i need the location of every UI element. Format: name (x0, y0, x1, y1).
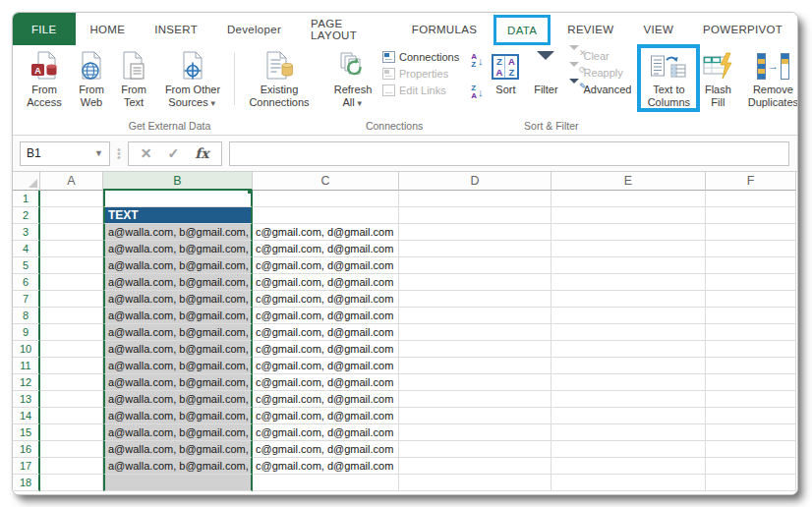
cell-C8[interactable]: c@gmail.com, d@gmail.com (253, 308, 399, 324)
name-box[interactable]: B1 ▼ (20, 141, 110, 166)
cell-E8[interactable] (551, 308, 706, 324)
cell-C2[interactable] (253, 207, 399, 224)
cell-B8[interactable]: a@walla.com, b@gmail.com, (103, 308, 253, 324)
row-header-15[interactable]: 15 (13, 424, 40, 441)
cell-C3[interactable]: c@gmail.com, d@gmail.com (253, 224, 399, 241)
cell-B6[interactable]: a@walla.com, b@gmail.com, (103, 274, 253, 291)
cell-C12[interactable]: c@gmail.com, d@gmail.com (253, 374, 399, 391)
cell-F18[interactable] (706, 475, 796, 491)
cell-E3[interactable] (551, 224, 706, 241)
cell-F5[interactable] (706, 257, 796, 274)
cell-A10[interactable] (40, 341, 103, 358)
row-header-17[interactable]: 17 (13, 458, 40, 475)
tab-view[interactable]: VIEW (628, 13, 688, 45)
column-header-C[interactable]: C (253, 172, 399, 191)
cell-F7[interactable] (706, 291, 796, 308)
cell-A11[interactable] (40, 358, 103, 374)
cell-A14[interactable] (40, 408, 103, 424)
cell-C17[interactable]: c@gmail.com, d@gmail.com (253, 458, 399, 475)
cell-C18[interactable] (253, 475, 399, 491)
cell-C6[interactable]: c@gmail.com, d@gmail.com (253, 274, 399, 291)
tab-developer[interactable]: Developer (212, 13, 296, 45)
cell-C10[interactable]: c@gmail.com, d@gmail.com (253, 341, 399, 358)
cell-F13[interactable] (706, 391, 796, 408)
tab-file[interactable]: FILE (13, 13, 76, 45)
refresh-all-button[interactable]: Refresh All▼ (326, 47, 379, 111)
cell-B3[interactable]: a@walla.com, b@gmail.com, (103, 224, 253, 241)
row-header-2[interactable]: 2 (13, 207, 40, 224)
row-header-13[interactable]: 13 (13, 391, 40, 408)
from-access-button[interactable]: A From Access (19, 47, 70, 109)
row-header-6[interactable]: 6 (13, 274, 40, 291)
cell-E14[interactable] (551, 408, 706, 424)
cell-E10[interactable] (551, 341, 706, 358)
tab-formulas[interactable]: FORMULAS (397, 13, 492, 45)
cell-E18[interactable] (551, 475, 706, 491)
cell-C7[interactable]: c@gmail.com, d@gmail.com (253, 291, 399, 308)
row-header-18[interactable]: 18 (13, 475, 40, 491)
cell-D15[interactable] (399, 424, 551, 441)
cell-E16[interactable] (551, 441, 706, 458)
cell-D11[interactable] (399, 358, 551, 374)
cell-C11[interactable]: c@gmail.com, d@gmail.com (253, 358, 399, 374)
name-box-caret-icon[interactable]: ▼ (94, 148, 103, 158)
text-to-columns-button[interactable]: Text to Columns (640, 47, 697, 109)
cell-E9[interactable] (551, 324, 706, 341)
cell-D9[interactable] (399, 324, 551, 341)
cell-E11[interactable] (551, 358, 706, 374)
cell-D18[interactable] (399, 475, 551, 491)
cell-B7[interactable]: a@walla.com, b@gmail.com, (103, 291, 253, 308)
cell-B11[interactable]: a@walla.com, b@gmail.com, (103, 358, 253, 374)
formula-bar-resize-handle[interactable]: ••• (117, 147, 121, 159)
row-header-3[interactable]: 3 (13, 224, 40, 241)
cell-D1[interactable] (399, 191, 551, 207)
cell-C13[interactable]: c@gmail.com, d@gmail.com (253, 391, 399, 408)
cell-A13[interactable] (40, 391, 103, 408)
cell-F16[interactable] (706, 441, 796, 458)
cell-E2[interactable] (551, 207, 706, 224)
cell-D16[interactable] (399, 441, 551, 458)
enter-icon[interactable]: ✓ (168, 145, 180, 161)
column-header-D[interactable]: D (399, 172, 551, 191)
cell-D14[interactable] (399, 408, 551, 424)
row-header-9[interactable]: 9 (13, 324, 40, 341)
cell-B2[interactable]: TEXT (103, 207, 253, 224)
cell-A18[interactable] (40, 475, 103, 491)
cell-A7[interactable] (40, 291, 103, 308)
tab-powerpivot[interactable]: POWERPIVOT (688, 13, 797, 45)
cell-D8[interactable] (399, 308, 551, 324)
cell-C4[interactable]: c@gmail.com, d@gmail.com (253, 241, 399, 257)
cell-E6[interactable] (551, 274, 706, 291)
cell-E5[interactable] (551, 257, 706, 274)
remove-duplicates-button[interactable]: → Remove Duplicates (738, 47, 798, 109)
row-header-10[interactable]: 10 (13, 341, 40, 358)
cell-D13[interactable] (399, 391, 551, 408)
clear-filter-button[interactable]: ✕ Clear (569, 50, 631, 62)
tab-page-layout[interactable]: PAGE LAYOUT (296, 13, 397, 45)
cell-E4[interactable] (551, 241, 706, 257)
cell-D5[interactable] (399, 257, 551, 274)
properties-button[interactable]: Properties (382, 68, 459, 80)
row-header-11[interactable]: 11 (13, 358, 40, 374)
column-header-A[interactable]: A (40, 172, 103, 191)
cell-F12[interactable] (706, 374, 796, 391)
cell-A3[interactable] (40, 224, 103, 241)
cell-D2[interactable] (399, 207, 551, 224)
advanced-filter-button[interactable]: ✎ Advanced (569, 84, 631, 95)
cell-A8[interactable] (40, 308, 103, 324)
cell-B18[interactable] (103, 475, 253, 491)
existing-connections-button[interactable]: Existing Connections (238, 47, 320, 109)
cell-D12[interactable] (399, 374, 551, 391)
cell-B4[interactable]: a@walla.com, b@gmail.com, (103, 241, 253, 257)
cell-B15[interactable]: a@walla.com, b@gmail.com, (103, 424, 253, 441)
row-header-16[interactable]: 16 (13, 441, 40, 458)
cell-A16[interactable] (40, 441, 103, 458)
column-header-B[interactable]: B (103, 172, 253, 191)
cell-F8[interactable] (706, 308, 796, 324)
cell-B14[interactable]: a@walla.com, b@gmail.com, (103, 408, 253, 424)
cell-B17[interactable]: a@walla.com, b@gmail.com, (103, 458, 253, 475)
cell-B16[interactable]: a@walla.com, b@gmail.com, (103, 441, 253, 458)
cell-F14[interactable] (706, 408, 796, 424)
cell-D6[interactable] (399, 274, 551, 291)
cell-A1[interactable] (40, 191, 103, 207)
